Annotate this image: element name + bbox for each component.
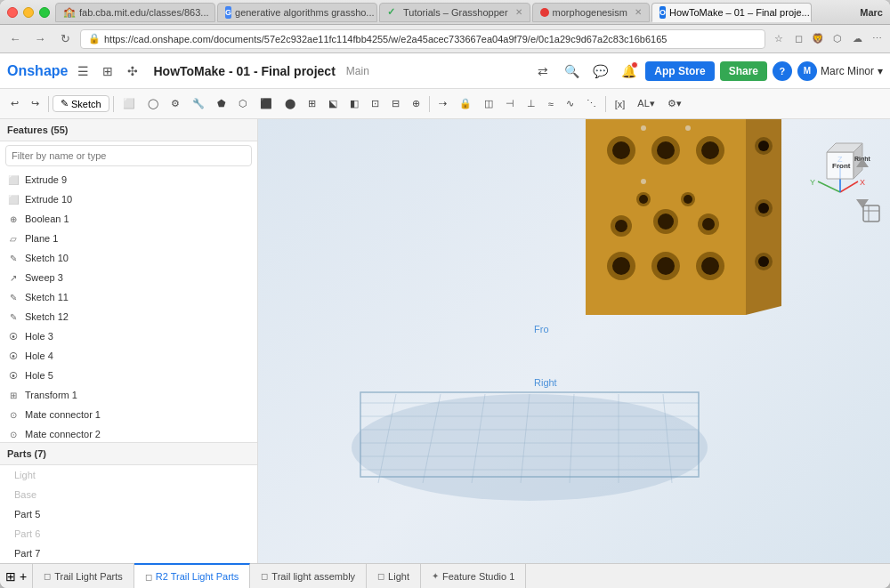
tool-10[interactable]: ⬕	[323, 93, 343, 116]
extension-icon-2[interactable]: 🦁	[810, 31, 826, 47]
feature-item-transform-1[interactable]: ⊞ Transform 1	[0, 385, 257, 405]
tool-more-6[interactable]: ⋱	[581, 93, 602, 116]
onshape-logo[interactable]: Onshape	[7, 63, 68, 79]
undo-button[interactable]: ↩	[5, 93, 24, 116]
parts-list: Light Base Part 5 Part 6 Part 7	[0, 465, 257, 563]
feature-item-hole-4[interactable]: ⦿ Hole 4	[0, 346, 257, 366]
browser-tab-3[interactable]: ✓ Tutorials – Grasshopper ✕	[379, 3, 530, 22]
tool-3[interactable]: ⚙	[166, 93, 185, 116]
sync-icon[interactable]: ⇄	[531, 60, 554, 83]
feature-item-sketch-11[interactable]: ✎ Sketch 11	[0, 287, 257, 307]
feature-item-mate-2[interactable]: ⊙ Mate connector 2	[0, 424, 257, 442]
tool-more-3[interactable]: ⊥	[522, 93, 541, 116]
minimize-window-button[interactable]	[23, 7, 34, 18]
tool-13[interactable]: ⊟	[386, 93, 405, 116]
share-button[interactable]: Share	[720, 61, 767, 81]
svg-point-55	[758, 256, 769, 267]
browser-tab-2[interactable]: G generative algorithms grassho... ✕	[217, 3, 377, 22]
bottom-tab-r2-trail-light-parts[interactable]: ◻ R2 Trail Light Parts	[134, 563, 251, 588]
tab-part-studio-icon-2: ◻	[145, 572, 152, 582]
cursor-icon[interactable]: ✣	[123, 61, 142, 81]
tab-close-4[interactable]: ✕	[635, 7, 642, 17]
tool-4[interactable]: 🔧	[187, 93, 210, 116]
sketch-pencil-icon: ✎	[61, 98, 69, 109]
feature-item-hole-5[interactable]: ⦿ Hole 5	[0, 366, 257, 385]
browser-tab-4[interactable]: morphogenesism ✕	[532, 3, 650, 22]
bottom-tab-trail-light-parts[interactable]: ◻ Trail Light Parts	[33, 564, 134, 588]
extension-icon-1[interactable]: ◻	[790, 31, 806, 47]
user-menu[interactable]: M Marc Minor ▾	[797, 61, 883, 81]
sketch-button[interactable]: ✎ Sketch	[53, 95, 109, 112]
tool-7[interactable]: ⬛	[255, 93, 278, 116]
part-item-part7[interactable]: Part 7	[0, 544, 257, 563]
feature-item-boolean-1[interactable]: ⊕ Boolean 1	[0, 209, 257, 229]
feature-filter-input[interactable]	[5, 145, 252, 166]
back-button[interactable]: ←	[5, 29, 25, 49]
maximize-window-button[interactable]	[39, 7, 50, 18]
redo-button[interactable]: ↪	[26, 93, 44, 116]
feature-item-sketch-12[interactable]: ✎ Sketch 12	[0, 307, 257, 326]
tab-list-icon[interactable]: ⊞	[5, 569, 16, 584]
tool-6[interactable]: ⬡	[233, 93, 253, 116]
browser-tab-5[interactable]: O HowToMake – 01 – Final proje... ✕	[651, 3, 812, 22]
tool-dim[interactable]: ⇢	[433, 93, 452, 116]
extension-icon-3[interactable]: ⬡	[829, 31, 846, 47]
browser-tab-1[interactable]: 🏫 fab.cba.mit.edu/classes/863... ✕	[55, 3, 215, 22]
feature-item-plane-1[interactable]: ▱ Plane 1	[0, 229, 257, 248]
forward-button[interactable]: →	[30, 29, 50, 49]
view-cube-3d-icon[interactable]	[862, 204, 881, 226]
feature-item-extrude-9[interactable]: ⬜ Extrude 9	[0, 170, 257, 189]
bottom-tab-feature-studio[interactable]: ✦ Feature Studio 1	[421, 564, 526, 588]
svg-point-44	[657, 257, 675, 275]
close-window-button[interactable]	[7, 7, 18, 18]
tool-8[interactable]: ⬤	[279, 93, 301, 116]
bookmark-icon[interactable]: ☆	[771, 31, 787, 47]
part-item-label-6: Part 6	[14, 528, 40, 539]
tool-11[interactable]: ◧	[344, 93, 364, 116]
tool-xyz[interactable]: [x]	[610, 93, 631, 116]
add-tab-button[interactable]: +	[20, 569, 27, 584]
tool-al[interactable]: AL▾	[632, 93, 659, 116]
bottom-tab-trail-light-assembly[interactable]: ◻ Trail light assembly	[250, 564, 367, 588]
tool-9[interactable]: ⊞	[303, 93, 321, 116]
bottom-tab-light[interactable]: ◻ Light	[367, 564, 421, 588]
tool-1[interactable]: ⬜	[117, 93, 141, 116]
tool-more-1[interactable]: ◫	[479, 93, 498, 116]
tool-more-2[interactable]: ⊣	[500, 93, 520, 116]
tool-more-4[interactable]: ≈	[543, 93, 559, 116]
feature-item-sweep-3[interactable]: ↗ Sweep 3	[0, 268, 257, 287]
user-name: Marc Minor	[821, 65, 874, 77]
extension-icon-5[interactable]: ⋯	[869, 31, 885, 47]
menu-icon[interactable]: ☰	[73, 61, 93, 81]
3d-viewport[interactable]: Fro Right	[258, 119, 890, 563]
tool-settings[interactable]: ⚙▾	[662, 93, 687, 116]
extrude-icon-2: ⬜	[7, 193, 20, 205]
feature-item-extrude-10[interactable]: ⬜ Extrude 10	[0, 189, 257, 209]
notification-icon[interactable]: 🔔	[617, 60, 640, 83]
tool-5[interactable]: ⬟	[212, 93, 231, 116]
tool-14[interactable]: ⊕	[407, 93, 425, 116]
tool-2[interactable]: ◯	[142, 93, 164, 116]
url-input[interactable]: 🔒 https://cad.onshape.com/documents/57e2…	[80, 29, 765, 49]
sketch-label: Sketch	[71, 99, 101, 109]
feature-item-sketch-10[interactable]: ✎ Sketch 10	[0, 248, 257, 268]
extension-icon-4[interactable]: ☁	[849, 31, 865, 47]
chat-icon[interactable]: 💬	[588, 60, 611, 83]
part-item-light[interactable]: Light	[0, 465, 257, 485]
help-button[interactable]: ?	[773, 61, 792, 81]
part-item-part6[interactable]: Part 6	[0, 524, 257, 544]
tab-label-3: Tutorials – Grasshopper	[403, 7, 508, 18]
reload-button[interactable]: ↻	[55, 29, 75, 49]
part-item-part5[interactable]: Part 5	[0, 504, 257, 524]
grid-icon[interactable]: ⊞	[98, 61, 117, 81]
tab-close-3[interactable]: ✕	[515, 7, 522, 17]
feature-item-mate-1[interactable]: ⊙ Mate connector 1	[0, 405, 257, 424]
app-store-button[interactable]: App Store	[645, 61, 714, 81]
tool-lock[interactable]: 🔒	[454, 93, 477, 116]
part-item-base[interactable]: Base	[0, 485, 257, 504]
sketch-icon-3: ✎	[7, 291, 20, 303]
feature-item-hole-3[interactable]: ⦿ Hole 3	[0, 326, 257, 346]
tool-more-5[interactable]: ∿	[561, 93, 579, 116]
search-icon[interactable]: 🔍	[560, 60, 583, 83]
tool-12[interactable]: ⊡	[366, 93, 384, 116]
